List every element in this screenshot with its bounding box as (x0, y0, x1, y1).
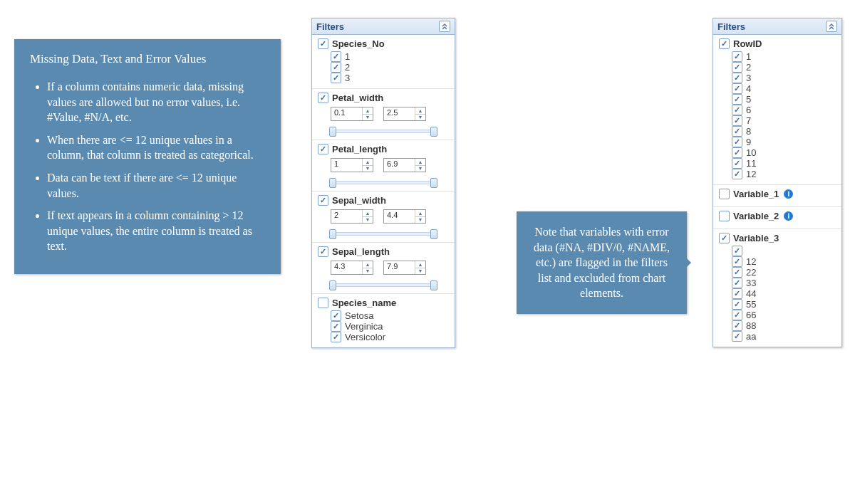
checkbox[interactable] (732, 126, 742, 137)
spinner-down-icon[interactable]: ▼ (363, 217, 373, 224)
checkbox[interactable] (732, 288, 742, 299)
filter-value-label: 3 (746, 73, 751, 83)
checkbox[interactable] (732, 94, 742, 105)
panel-header: Filters (312, 19, 455, 35)
info-icon[interactable]: i (784, 189, 793, 199)
spinner-up-icon[interactable]: ▲ (363, 261, 373, 268)
checkbox[interactable] (732, 267, 742, 278)
checkbox[interactable] (318, 144, 328, 154)
slider-handle-min[interactable] (329, 178, 336, 188)
checkbox[interactable] (732, 169, 742, 179)
info-icon[interactable]: i (784, 211, 793, 221)
checkbox[interactable] (719, 233, 730, 243)
range-slider[interactable] (331, 229, 436, 237)
checkbox[interactable] (318, 195, 328, 206)
spinner-value: 6.9 (384, 159, 415, 172)
checkbox[interactable] (318, 38, 328, 49)
spinner-value: 0.1 (331, 107, 362, 120)
checkbox[interactable] (732, 331, 742, 342)
range-inputs: 0.1▲▼2.5▲▼ (318, 105, 449, 124)
spinner-down-icon[interactable]: ▼ (415, 115, 425, 121)
checkbox[interactable] (719, 211, 730, 221)
spinner-up-icon[interactable]: ▲ (415, 210, 425, 217)
collapse-button[interactable] (826, 21, 837, 32)
spinner-up-icon[interactable]: ▲ (415, 159, 425, 166)
checkbox[interactable] (331, 62, 341, 73)
range-slider[interactable] (331, 126, 436, 135)
checkbox[interactable] (732, 256, 742, 267)
spinner-input[interactable]: 4.4▲▼ (383, 209, 426, 224)
checkbox[interactable] (732, 246, 742, 256)
checkbox[interactable] (331, 51, 341, 62)
filter-value-row: 12 (719, 256, 836, 267)
filter-value-label: 12 (746, 256, 756, 267)
spinner-down-icon[interactable]: ▼ (415, 166, 425, 172)
slider-handle-max[interactable] (430, 229, 437, 239)
range-slider[interactable] (331, 177, 436, 186)
checkbox[interactable] (719, 189, 730, 199)
spinner-down-icon[interactable]: ▼ (363, 268, 373, 275)
collapse-button[interactable] (439, 21, 450, 32)
bullet: If text appears in a column containing >… (47, 208, 265, 254)
spinner-up-icon[interactable]: ▲ (415, 261, 425, 268)
spinner-up-icon[interactable]: ▲ (363, 107, 373, 115)
checkbox[interactable] (732, 137, 742, 147)
checkbox[interactable] (732, 147, 742, 158)
checkbox[interactable] (331, 332, 341, 342)
spinner-up-icon[interactable]: ▲ (363, 159, 373, 166)
checkbox[interactable] (318, 246, 328, 257)
checkbox[interactable] (732, 278, 742, 288)
filter-section: Petal_length1▲▼6.9▲▼ (312, 140, 455, 191)
spinner-up-icon[interactable]: ▲ (415, 107, 425, 115)
checkbox[interactable] (719, 38, 730, 49)
filter-name: Sepal_length (332, 246, 390, 257)
checkbox[interactable] (732, 51, 742, 62)
checkbox[interactable] (732, 62, 742, 73)
slider-handle-min[interactable] (329, 280, 336, 290)
filter-value-row: 55 (719, 299, 836, 310)
spinner-input[interactable]: 2.5▲▼ (383, 107, 426, 121)
spinner-input[interactable]: 2▲▼ (331, 209, 373, 224)
slider-handle-max[interactable] (430, 127, 437, 137)
checkbox[interactable] (732, 158, 742, 169)
spinner-value: 4.3 (331, 261, 362, 274)
filter-header: Variable_2i (719, 211, 836, 221)
checkbox[interactable] (732, 115, 742, 126)
filter-value-row: 1 (318, 51, 449, 62)
slider-handle-min[interactable] (329, 229, 336, 239)
filter-header: Sepal_length (318, 246, 449, 257)
filter-value-label: 33 (746, 278, 756, 288)
checkbox[interactable] (732, 310, 742, 320)
bullet: Data can be text if there are <= 12 uniq… (47, 170, 265, 201)
spinner-input[interactable]: 7.9▲▼ (383, 261, 426, 275)
checkbox[interactable] (732, 105, 742, 115)
checkbox[interactable] (331, 73, 341, 83)
spinner-down-icon[interactable]: ▼ (363, 115, 373, 121)
checkbox[interactable] (732, 299, 742, 310)
spinner-down-icon[interactable]: ▼ (415, 217, 425, 224)
checkbox[interactable] (318, 93, 328, 103)
range-slider[interactable] (331, 280, 436, 288)
checkbox[interactable] (732, 73, 742, 83)
spinner-down-icon[interactable]: ▼ (363, 166, 373, 172)
checkbox[interactable] (331, 310, 341, 321)
spinner-input[interactable]: 4.3▲▼ (331, 261, 373, 275)
slider-handle-max[interactable] (430, 178, 437, 188)
checkbox[interactable] (732, 320, 742, 331)
spinner-input[interactable]: 0.1▲▼ (331, 107, 373, 121)
slider-handle-max[interactable] (430, 280, 437, 290)
filter-value-label: 2 (345, 62, 350, 73)
filter-value-label: Verginica (345, 321, 383, 332)
slider-handle-min[interactable] (329, 127, 336, 137)
spinner-up-icon[interactable]: ▲ (363, 210, 373, 217)
filter-value-row: 44 (719, 288, 836, 299)
spinner-input[interactable]: 1▲▼ (331, 158, 373, 172)
checkbox[interactable] (732, 83, 742, 94)
filter-value-label: 6 (746, 105, 751, 115)
filter-value-row: 6 (719, 105, 836, 115)
spinner-down-icon[interactable]: ▼ (415, 268, 425, 275)
checkbox[interactable] (318, 298, 328, 308)
spinner-input[interactable]: 6.9▲▼ (383, 158, 426, 172)
checkbox[interactable] (331, 321, 341, 332)
filter-header: Species_name (318, 298, 449, 308)
